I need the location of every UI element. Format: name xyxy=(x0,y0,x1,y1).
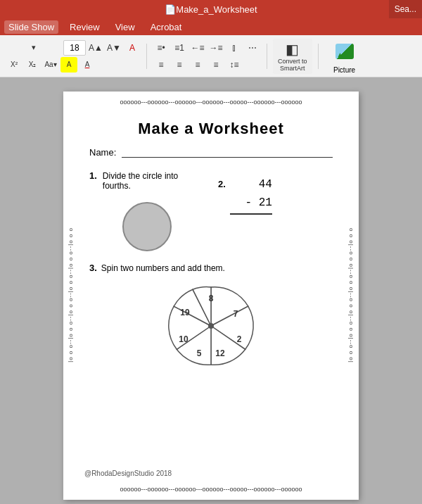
toolbar: ▾ 18 A▲ A▼ A X² X₂ Aa▾ A A ≡• ≡1 ←≡ →≡ ⫿… xyxy=(0,35,422,77)
numbered-btn[interactable]: ≡1 xyxy=(171,40,188,56)
border-pattern-right: o o o|--o o o|--o o o|--o o o|--o o o|--… xyxy=(348,228,354,363)
problems-row: 1. Divide the circle into fourths. 2. 44… xyxy=(89,170,333,251)
spinner-num-7: 7 xyxy=(234,309,238,319)
convert-smartart-label2: SmartArt xyxy=(280,65,305,72)
font-selector[interactable]: ▾ xyxy=(6,40,62,56)
math-problem: 44 - 21 xyxy=(230,176,272,215)
name-label: Name: xyxy=(89,147,116,158)
picture-label: Picture xyxy=(333,66,355,74)
convert-smartart-btn[interactable]: ◧ Convert to SmartArt xyxy=(273,39,312,74)
font-size-up[interactable]: A▲ xyxy=(87,40,104,56)
slide: oooooo---oooooo---oooooo---oooooo---oooo… xyxy=(63,92,359,500)
problem2: 2. 44 - 21 xyxy=(218,170,333,251)
problem3-text: Spin two numbers and add them. xyxy=(101,263,225,273)
circle-container xyxy=(89,202,204,251)
menu-bar: Slide Show Review View Acrobat xyxy=(0,18,422,35)
spinner-num-12: 12 xyxy=(215,348,225,358)
picture-btn[interactable] xyxy=(327,38,362,66)
math-underline xyxy=(230,213,272,215)
worksheet-content: Make a Worksheet Name: 1. Divide the cir… xyxy=(79,113,343,479)
menu-acrobat[interactable]: Acrobat xyxy=(146,20,186,34)
columns-btn[interactable]: ⫿ xyxy=(226,40,243,56)
border-right: o o o|--o o o|--o o o|--o o o|--o o o|--… xyxy=(343,92,359,500)
smartart-icon: ◧ xyxy=(286,41,299,58)
line-spacing[interactable]: ↕≡ xyxy=(226,57,243,73)
divider3 xyxy=(318,44,319,69)
math-num2: - 21 xyxy=(230,194,272,213)
problem3: 3. Spin two numbers and add them. xyxy=(89,263,333,372)
problem1: 1. Divide the circle into fourths. xyxy=(89,170,204,251)
divider1 xyxy=(146,44,147,69)
subscript-btn[interactable]: X₂ xyxy=(24,57,41,73)
name-line: Name: xyxy=(89,146,333,158)
clear-format[interactable]: A xyxy=(124,40,141,56)
picture-icon xyxy=(335,44,354,59)
problem1-num: 1. xyxy=(89,170,97,181)
align-center[interactable]: ≡ xyxy=(171,57,188,73)
superscript-btn[interactable]: X² xyxy=(6,57,23,73)
spinner-num-2: 2 xyxy=(237,334,242,344)
search-button[interactable]: Sea... xyxy=(389,0,422,18)
font-controls: ▾ 18 A▲ A▼ A X² X₂ Aa▾ A A xyxy=(6,40,141,73)
menu-review[interactable]: Review xyxy=(65,20,104,34)
problem3-num: 3. xyxy=(89,263,97,273)
title-bar: 📄 Make_a_Worksheet Sea... xyxy=(0,0,422,18)
spinner-container: 8 7 2 12 5 10 19 xyxy=(89,280,333,372)
main-area: oooooo---oooooo---oooooo---oooooo---oooo… xyxy=(0,77,422,504)
menu-slideshow[interactable]: Slide Show xyxy=(4,20,58,34)
spinner-num-10: 10 xyxy=(179,334,188,344)
problem2-num: 2. xyxy=(218,179,226,189)
copyright: @RhodaDesignStudio 2018 xyxy=(84,470,172,477)
font-color[interactable]: A xyxy=(79,57,96,73)
more-para[interactable]: ⋯ xyxy=(244,40,261,56)
border-pattern-left: o o o|--o o o|--o o o|--o o o|--o o o|--… xyxy=(68,228,75,363)
worksheet-title: Make a Worksheet xyxy=(89,120,333,138)
align-right[interactable]: ≡ xyxy=(189,57,206,73)
picture-group: Picture xyxy=(327,38,362,74)
divider2 xyxy=(267,44,267,69)
problem1-text: Divide the circle into fourths. xyxy=(103,171,204,191)
font-highlight[interactable]: A xyxy=(60,57,77,73)
decrease-indent[interactable]: ←≡ xyxy=(189,40,206,56)
border-bottom: oooooo---oooooo---oooooo---oooooo---oooo… xyxy=(63,479,359,500)
math-num1: 44 xyxy=(230,176,272,194)
name-underline xyxy=(122,146,333,158)
paragraph-controls: ≡• ≡1 ←≡ →≡ ⫿ ⋯ ≡ ≡ ≡ ≡ ↕≡ xyxy=(153,40,261,73)
border-pattern-bottom: oooooo---oooooo---oooooo---oooooo---oooo… xyxy=(120,486,302,493)
align-justify[interactable]: ≡ xyxy=(207,57,224,73)
border-pattern-top: oooooo---oooooo---oooooo---oooooo---oooo… xyxy=(120,99,302,106)
spinner-wheel: 8 7 2 12 5 10 19 xyxy=(165,280,257,372)
border-top: oooooo---oooooo---oooooo---oooooo---oooo… xyxy=(63,92,359,113)
spinner-num-5: 5 xyxy=(197,348,202,358)
text-case-btn[interactable]: Aa▾ xyxy=(42,57,59,73)
font-size-input[interactable]: 18 xyxy=(63,40,86,56)
menu-view[interactable]: View xyxy=(111,20,139,34)
problem3-header: 3. Spin two numbers and add them. xyxy=(89,263,333,273)
convert-smartart-label: Convert to xyxy=(278,58,307,65)
spinner-center xyxy=(208,323,214,329)
doc-icon: 📄 xyxy=(165,4,176,15)
bullets-btn[interactable]: ≡• xyxy=(153,40,170,56)
border-left: o o o|--o o o|--o o o|--o o o|--o o o|--… xyxy=(63,92,79,500)
window-title: Make_a_Worksheet xyxy=(176,4,257,15)
circle-shape xyxy=(122,202,172,251)
spinner-num-8: 8 xyxy=(209,294,214,303)
increase-indent[interactable]: →≡ xyxy=(207,40,224,56)
font-size-down[interactable]: A▼ xyxy=(106,40,122,56)
spinner-num-19: 19 xyxy=(180,308,190,317)
align-left[interactable]: ≡ xyxy=(153,57,170,73)
